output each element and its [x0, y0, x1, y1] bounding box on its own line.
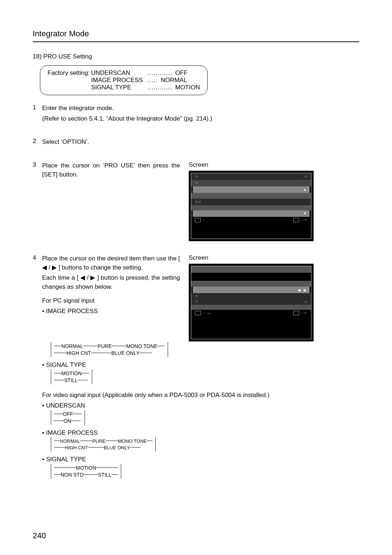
star-icon: ☆: [304, 174, 307, 178]
factory-val-1: NORMAL: [158, 77, 187, 84]
step-1-number: 1: [33, 104, 41, 111]
video-signal-heading: For video signal input (Applicable only …: [42, 391, 359, 400]
step-1: 1 Enter the integrator mode. (Refer to s…: [33, 104, 359, 125]
cycle-image-process-video: NORMAL PURE MONO TONE HIGH CNT BLUE ONLY: [51, 437, 359, 451]
factory-val-2: MOTION: [172, 84, 200, 91]
triangle-right-icon: ▶: [304, 288, 307, 292]
section-heading: 18) PRO USE Setting: [33, 53, 359, 60]
factory-dots-1: .....: [147, 77, 158, 84]
step-1-line-2: (Refer to section 5.4.1, “About the Inte…: [42, 114, 359, 123]
cycle-item: HIGH CNT: [66, 350, 91, 356]
factory-label: Factory setting:: [48, 69, 91, 77]
title-rule: [33, 41, 359, 42]
cycle-item: MONO TONE: [118, 438, 147, 444]
triangle-down-icon: ▼: [303, 211, 307, 215]
screen-label-2: Screen: [189, 254, 314, 262]
step-3-number: 3: [33, 161, 41, 169]
step-2-line-1: Select ‘OPTION’.: [42, 138, 359, 147]
factory-key-2: SIGNAL TYPE: [91, 84, 147, 91]
factory-dots-2: ............: [147, 84, 172, 91]
step-4-line-1: Place the cursor on the desired item the…: [42, 254, 180, 272]
factory-key-1: IMAGE PROCESS: [91, 77, 147, 84]
step-2: 2 Select ‘OPTION’.: [33, 138, 359, 148]
box-icon: [293, 218, 299, 222]
step-2-number: 2: [33, 138, 41, 145]
cycle-item: PURE: [93, 438, 106, 444]
step-3: 3 Place the cursor on ‘PRO USE’ then pre…: [33, 161, 359, 241]
step-4-number: 4: [33, 254, 41, 262]
step-4: 4 Place the cursor on the desired item t…: [33, 254, 359, 483]
screen-label-1: Screen: [189, 161, 314, 169]
cycle-item: BLUE ONLY: [104, 445, 130, 450]
cycle-underscan: OFF ON: [51, 410, 359, 425]
bullet-image-process: • IMAGE PROCESS: [42, 308, 180, 315]
step-3-line-1: Place the cursor on ‘PRO USE’ then press…: [42, 161, 180, 179]
osd-scroll-row: ▲: [193, 186, 310, 193]
cycle-item: ON: [64, 418, 71, 424]
page-title: Integrator Mode: [33, 29, 359, 39]
cycle-item: NON STD: [61, 472, 83, 478]
factory-key-0: UNDERSCAN: [91, 69, 147, 77]
osd-scroll-row: ▼: [193, 210, 310, 217]
page-number: 240: [33, 531, 46, 540]
cycle-image-process-pc: NORMAL PURE MONO TONE HIGH CNT BLUE ONLY: [51, 342, 359, 357]
cycle-item: OFF: [63, 411, 73, 417]
box-icon: [195, 218, 201, 222]
cycle-item: MONO TONE: [126, 343, 158, 349]
box-icon: [293, 311, 299, 315]
factory-val-0: OFF: [172, 69, 188, 77]
cycle-item: HIGH CNT: [65, 445, 88, 450]
box-icon: [195, 311, 201, 315]
triangle-left-icon: ◀: [298, 288, 301, 292]
step-4-line-2: Each time a [ ◀ / ▶ ] button is pressed,…: [42, 274, 180, 291]
osd-lr-row: ◀ ▶: [193, 287, 310, 293]
star-icon: ☆: [195, 294, 198, 298]
cycle-signal-type-video: MOTION NON STD STILL: [51, 464, 359, 479]
cycle-item: MOTION: [76, 465, 96, 471]
cycle-item: PURE: [98, 343, 112, 349]
star-icon: ☆: [304, 300, 307, 304]
cycle-item: BLUE ONLY: [111, 350, 140, 356]
osd-screen-2: ◀ ▶ ☆ ☆☆ ··· — ···☆: [189, 264, 314, 341]
star-icon: ☆: [195, 300, 198, 304]
bullet-underscan: • UNDERSCAN: [42, 402, 359, 409]
star-icon: ☆: [195, 181, 198, 185]
bullet-signal-type-video: • SIGNAL TYPE: [42, 456, 359, 463]
osd-screen-1: ☆ ☆ ☆ ▲ ☆☆: [189, 171, 314, 241]
cycle-signal-type-pc: MOTION STILL: [51, 369, 359, 384]
cycle-item: STILL: [98, 472, 111, 478]
cycle-item: MOTION: [61, 370, 82, 376]
cycle-item: NORMAL: [61, 343, 83, 349]
pc-signal-heading: For PC signal input: [42, 296, 180, 305]
cycle-item: STILL: [64, 377, 78, 383]
factory-setting-box: Factory setting: UNDERSCAN ............ …: [40, 65, 208, 95]
step-1-line-1: Enter the integrator mode.: [42, 104, 359, 113]
bullet-image-process-video: • IMAGE PROCESS: [42, 429, 359, 437]
star-icon: ☆: [195, 174, 198, 178]
bullet-signal-type-pc: • SIGNAL TYPE: [42, 361, 359, 369]
star-icon: ☆☆: [195, 200, 201, 204]
cycle-item: NORMAL: [60, 438, 80, 444]
factory-dots-0: ............: [147, 69, 172, 77]
triangle-up-icon: ▲: [303, 187, 307, 191]
